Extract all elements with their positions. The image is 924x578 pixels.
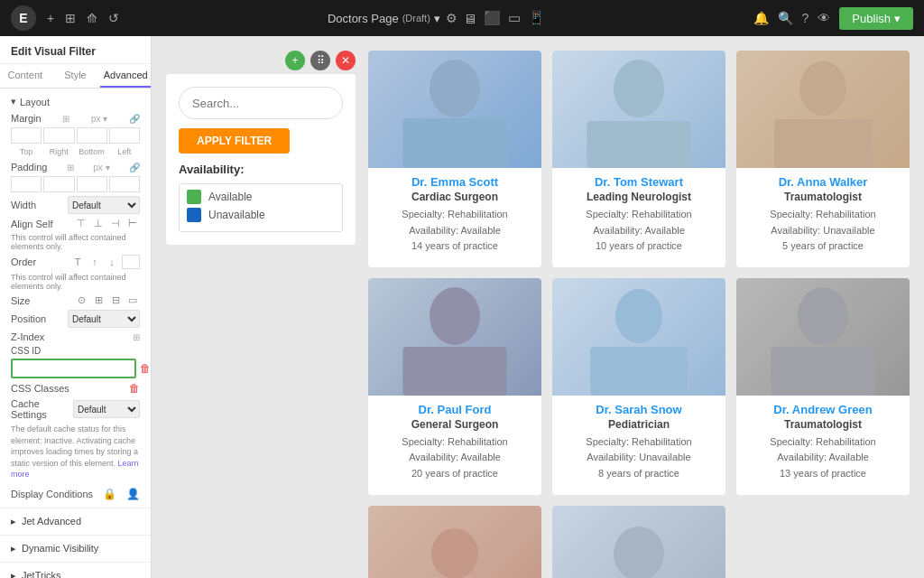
doctor-photo [368,506,541,578]
page-settings-icon[interactable]: ⚙ [446,11,457,25]
doctor-info: Specialty: Rehabilitation Availability: … [368,207,541,255]
width-select[interactable]: Default [68,196,140,214]
doctor-card: Dr. Anna Walker Traumatologist Specialty… [736,51,910,267]
margin-left[interactable] [109,127,140,144]
jet-advanced-section[interactable]: ▸ Jet Advanced [0,508,151,536]
align-center-icon[interactable]: ⊥ [91,218,106,229]
position-select[interactable]: Default [68,310,140,328]
display-conditions-add-icon[interactable]: 👤 [126,488,140,500]
padding-right[interactable] [43,176,74,192]
toolbar-add-button[interactable]: + [285,51,305,70]
align-end-icon[interactable]: ⊣ [108,218,123,229]
size-icon-3[interactable]: ⊟ [108,294,123,306]
notifications-icon[interactable]: 🔔 [753,11,769,25]
doctor-silhouette-svg [736,51,910,168]
eye-icon[interactable]: 👁 [818,11,830,25]
order-icons: T ↑ ↓ [70,255,140,269]
padding-bottom[interactable] [77,176,107,192]
svg-point-14 [614,527,664,578]
dynamic-visibility-section[interactable]: ▸ Dynamic Visibility [0,536,151,563]
cssid-delete-icon[interactable]: 🗑 [140,362,151,375]
order-default-icon[interactable]: T [70,256,85,267]
doctor-silhouette-svg [552,519,725,578]
page-title[interactable]: Doctors Page (Draft) ▾ [328,12,440,25]
tablet-portrait-icon[interactable]: ▭ [508,10,521,26]
svg-rect-9 [590,347,688,396]
padding-left[interactable] [109,176,140,192]
jettricks-section[interactable]: ▸ JetTricks [0,563,151,578]
add-icon[interactable]: + [47,11,54,25]
padding-row: Padding ⊞ px ▾ 🔗 [11,162,140,172]
size-row: Size ⊙ ⊞ ⊟ ▭ [11,294,140,306]
publish-button[interactable]: Publish ▾ [839,7,913,30]
doctor-silhouette-svg [736,278,910,396]
align-start-icon[interactable]: ⊤ [74,218,88,229]
doctor-silhouette-svg [368,51,541,168]
display-conditions-lock-icon: 🔒 [103,488,116,500]
order-last-icon[interactable]: ↓ [105,256,119,267]
desktop-icon[interactable]: 🖥 [463,11,476,26]
tab-advanced[interactable]: Advanced [100,64,151,88]
svg-point-0 [430,60,480,117]
svg-rect-7 [402,347,506,396]
doctor-info: Specialty: Rehabilitation Availability: … [552,207,725,255]
size-icon-2[interactable]: ⊞ [91,294,106,306]
doctor-name: Dr. Andrew Green [736,403,910,416]
panel-tabs: Content Style Advanced [0,64,151,89]
size-icon-1[interactable]: ⊙ [74,294,88,306]
mobile-icon[interactable]: 📱 [528,10,545,26]
apply-filter-button[interactable]: APPLY FILTER [179,128,290,154]
display-conditions-row: Display Conditions 🔒 👤 [11,488,140,500]
doctor-card: Dr. Paul Ford General Surgeon Specialty:… [368,278,541,495]
topbar-center: Doctors Page (Draft) ▾ ⚙ 🖥 ⬛ ▭ 📱 [328,10,545,26]
layout-section-title[interactable]: ▾ Layout [11,96,140,107]
order-custom[interactable] [122,255,140,269]
zindex-row: Z-Index ⊞ [11,331,140,342]
help-icon[interactable]: ? [802,11,809,25]
available-color-box [187,190,201,204]
size-icon-4[interactable]: ▭ [125,294,140,306]
cache-note: The default cache status for this elemen… [11,424,140,480]
toolbar-move-button[interactable]: ⠿ [310,51,330,70]
cssclasses-delete-icon[interactable]: 🗑 [129,382,140,395]
grid-icon[interactable]: ⊞ [65,11,76,25]
doctor-specialty-title: Pediatrician [552,418,725,431]
elementor-logo[interactable]: E [11,5,36,31]
order-note: This control will affect contained eleme… [11,273,140,291]
cache-select[interactable]: Default [73,400,140,418]
search-input[interactable] [179,87,343,119]
doctor-photo [368,51,541,168]
available-option: Available [187,190,335,204]
tab-content[interactable]: Content [0,64,51,88]
responsive-icon[interactable]: ⟰ [87,11,97,25]
doctor-info: Specialty: Rehabilitation Availability: … [552,434,725,482]
svg-rect-1 [402,118,506,168]
toolbar-close-button[interactable]: ✕ [336,51,356,70]
tablet-landscape-icon[interactable]: ⬛ [484,10,501,26]
width-row: Width Default [11,196,140,214]
size-icons: ⊙ ⊞ ⊟ ▭ [74,294,140,306]
tab-style[interactable]: Style [51,64,101,88]
cssid-input[interactable] [11,359,136,378]
align-self-note: This control will affect contained eleme… [11,233,140,251]
doctor-specialty-title: Cardiac Surgeon [368,191,541,203]
padding-top[interactable] [11,176,42,192]
margin-top[interactable] [11,127,42,144]
margin-inputs [11,127,140,144]
margin-right[interactable] [43,127,74,144]
search-icon[interactable]: 🔍 [778,11,793,25]
doctors-grid: Dr. Emma Scott Cardiac Surgeon Specialty… [368,51,910,578]
unavailable-option: Unavailable [187,208,335,222]
doctor-specialty-title: Traumatologist [736,418,910,431]
doctor-silhouette-svg [368,278,541,396]
margin-bottom[interactable] [77,127,107,144]
history-icon[interactable]: ↺ [108,11,119,25]
filter-panel: APPLY FILTER Availability: Available Una… [166,74,356,245]
align-stretch-icon[interactable]: ⊢ [125,218,140,229]
doctor-silhouette-svg [552,51,725,168]
order-first-icon[interactable]: ↑ [88,256,102,267]
device-icons: 🖥 ⬛ ▭ 📱 [463,10,545,26]
doctor-photo [552,506,725,578]
svg-point-8 [615,289,662,343]
doctor-card: Dr. Dan Miller Dermatologist Specialty: … [552,506,725,578]
